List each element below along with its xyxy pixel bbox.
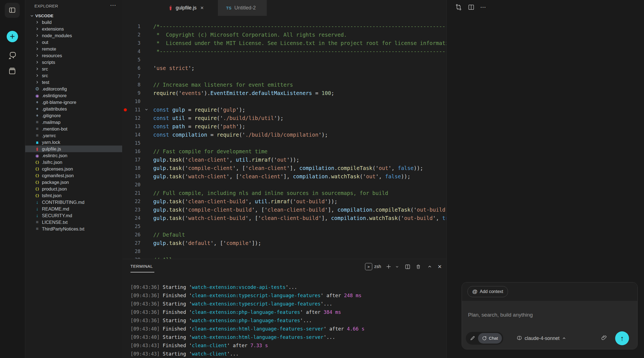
archive-icon[interactable] [8,67,17,76]
tree-file-.eslintrc.json[interactable]: ◉.eslintrc.json [25,152,122,159]
code-line[interactable]: 27gulp.task('default', ['compile']); [122,239,446,247]
code-line[interactable]: 9require('events').EventEmitter.defaultM… [122,89,446,97]
code-line[interactable]: 8// Increase max listeners for event emi… [122,81,446,89]
tab-close-icon[interactable]: × [200,5,204,11]
gutter[interactable]: 23 [122,206,153,214]
more-actions-icon[interactable]: ⋯ [480,4,486,11]
tab-gulpfile[interactable]: gulpfile.js × [161,0,211,16]
code-line[interactable]: 21// Full compile, including nls and inl… [122,189,446,197]
gutter[interactable]: 20 [122,181,153,189]
code-line[interactable]: 26// Default [122,231,446,239]
new-terminal-button[interactable] [386,264,392,270]
gutter[interactable]: 11 [122,106,153,114]
code-line[interactable]: 23gulp.task('compile-client-build', ['cl… [122,206,446,214]
tab-untitled-2[interactable]: TS Untitled-2 [218,0,267,16]
code-line[interactable]: 16// Fast compile for development time [122,147,446,156]
code-line[interactable]: 19gulp.task('watch-client', ['clean-clie… [122,172,446,181]
mode-switcher[interactable]: Chat [466,332,503,345]
maximize-panel-icon[interactable] [427,264,432,269]
add-context-button[interactable]: @ Add context [467,286,508,297]
model-selector[interactable]: claude-4-sonnet [516,332,566,345]
code-line[interactable]: 6'use strict'; [122,64,446,72]
code-editor[interactable]: 1/*-------------------------------------… [122,16,446,259]
code-line[interactable]: 1/*-------------------------------------… [122,22,446,31]
gutter[interactable]: 12 [122,114,153,122]
tree-folder-build[interactable]: build [25,19,122,26]
gutter[interactable]: 29 [122,256,153,259]
tree-file-.gitignore[interactable]: .gitignore [25,112,122,119]
close-panel-icon[interactable]: × [438,263,442,271]
tree-folder-src[interactable]: src [25,72,122,79]
send-button[interactable]: ↑ [615,331,629,345]
gutter[interactable]: 27 [122,239,153,247]
code-line[interactable]: 7 [122,72,446,81]
code-line[interactable]: 17gulp.task('clean-client', util.rimraf(… [122,156,446,164]
tree-file-cgmanifest.json[interactable]: {}cgmanifest.json [25,172,122,179]
code-line[interactable]: 13const path = require('path'); [122,122,446,131]
tree-file-.lsifrc.json[interactable]: {}.lsifrc.json [25,159,122,166]
attach-file-icon[interactable] [601,334,607,341]
code-line[interactable]: 20 [122,181,446,189]
code-line[interactable]: 25 [122,222,446,231]
code-line[interactable]: 12const util = require('./build/lib/util… [122,114,446,122]
kill-terminal-icon[interactable] [416,264,421,270]
gutter[interactable]: 26 [122,231,153,239]
gutter[interactable]: 22 [122,197,153,206]
tree-file-cglicenses.json[interactable]: {}cglicenses.json [25,166,122,172]
tree-file-.gitattributes[interactable]: .gitattributes [25,106,122,112]
code-line[interactable]: 2 * Copyright (c) Microsoft Corporation.… [122,31,446,39]
tree-file-LICENSE.txt[interactable]: ≡LICENSE.txt [25,219,122,226]
tree-root-vscode[interactable]: VSCODE [25,12,122,19]
gutter[interactable]: 25 [122,222,153,231]
code-line[interactable]: 24gulp.task('watch-client-build', ['clea… [122,214,446,222]
gutter[interactable]: 7 [122,72,153,81]
code-line[interactable]: 22gulp.task('clean-client-build', util.r… [122,197,446,206]
tree-file-.mention-bot[interactable]: ≡.mention-bot [25,126,122,132]
code-line[interactable]: 3 * Licensed under the MIT License. See … [122,39,446,47]
tree-file-SECURITY.md[interactable]: ↓SECURITY.md [25,212,122,219]
shell-icon[interactable]: > [365,263,372,270]
code-line[interactable]: 15 [122,139,446,147]
gutter[interactable]: 6 [122,64,153,72]
code-line[interactable]: 5 [122,56,446,64]
fold-chevron-icon[interactable] [144,107,149,112]
code-line[interactable]: 29// All [122,256,446,259]
code-line[interactable]: 18gulp.task('compile-client', ['clean-cl… [122,164,446,172]
gutter[interactable]: 28 [122,247,153,256]
gutter[interactable]: 13 [122,122,153,131]
gutter[interactable]: 21 [122,189,153,197]
split-view-icon[interactable] [468,4,475,11]
gutter[interactable]: 2 [122,31,153,39]
gutter[interactable]: 4 [122,47,153,56]
tree-file-package.json[interactable]: {}package.json [25,179,122,186]
terminal-output[interactable]: [09:43:36] Starting 'watch-extension:vsc… [130,283,364,358]
tree-folder-remote[interactable]: remote [25,46,122,52]
gutter[interactable]: 24 [122,214,153,222]
gutter[interactable]: 8 [122,81,153,89]
tree-folder-out[interactable]: out [25,39,122,46]
gutter[interactable]: 16 [122,147,153,156]
tree-folder-node_modules[interactable]: node_modules [25,32,122,39]
sidebar-toggle-button[interactable] [5,3,20,18]
gutter[interactable]: 1 [122,22,153,31]
tree-file-gulpfile.js[interactable]: gulpfile.js [25,146,122,152]
explorer-more-button[interactable]: ⋯ [110,2,116,9]
tree-file-.yarnrc[interactable]: ≡.yarnrc [25,132,122,139]
code-line[interactable]: 14const compilation = require('./build/l… [122,131,446,139]
gutter[interactable]: 14 [122,131,153,139]
tree-file-yarn.lock[interactable]: yarn.lock [25,139,122,146]
tree-folder-scripts[interactable]: scripts [25,59,122,66]
tree-file-.mailmap[interactable]: ≡.mailmap [25,119,122,126]
split-terminal-icon[interactable] [405,264,411,270]
tree-file-product.json[interactable]: {}product.json [25,186,122,192]
gutter[interactable]: 18 [122,164,153,172]
code-line[interactable]: 28 [122,247,446,256]
code-line[interactable]: 11const gulp = require('gulp'); [122,106,446,114]
tree-file-.eslintignore[interactable]: ◉.eslintignore [25,92,122,99]
tree-file-.editorconfig[interactable]: ⚙.editorconfig [25,86,122,92]
gutter[interactable]: 9 [122,89,153,97]
gutter[interactable]: 17 [122,156,153,164]
compare-changes-icon[interactable] [455,4,462,11]
gutter[interactable]: 19 [122,172,153,181]
tree-folder-extensions[interactable]: extensions [25,26,122,32]
